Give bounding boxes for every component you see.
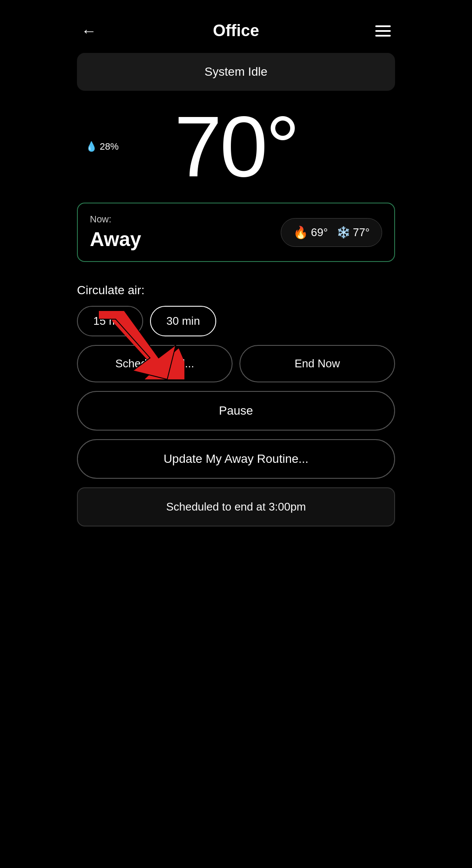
now-prefix: Now: — [90, 214, 141, 225]
time-btn-30min[interactable]: 30 min — [150, 306, 216, 336]
action-row: Schedule End... End Now — [77, 345, 395, 382]
humidity-icon: 💧 — [86, 141, 97, 152]
scheduled-info: Scheduled to end at 3:00pm — [77, 487, 395, 526]
fire-icon: 🔥 — [293, 225, 308, 240]
pause-button[interactable]: Pause — [77, 391, 395, 431]
end-now-button[interactable]: End Now — [239, 345, 395, 382]
action-row-wrapper: Schedule End... End Now — [77, 345, 395, 382]
menu-icon-line1 — [375, 25, 391, 27]
snowflake-icon: ❄️ — [337, 226, 350, 239]
page-title: Office — [213, 22, 259, 40]
app-header: ← Office — [77, 0, 395, 53]
heat-value: 69° — [311, 226, 328, 239]
temperature-value: 70° — [174, 104, 297, 190]
cool-value: 77° — [353, 226, 370, 239]
time-btn-15min[interactable]: 15 min — [77, 306, 143, 336]
humidity-display: 💧 28% — [86, 141, 119, 152]
heat-temp: 🔥 69° — [293, 225, 328, 240]
temp-range-pill: 🔥 69° ❄️ 77° — [281, 218, 382, 247]
circulate-label: Circulate air: — [77, 283, 395, 297]
humidity-value: 28% — [100, 141, 119, 152]
back-button[interactable]: ← — [81, 22, 97, 40]
schedule-end-button[interactable]: Schedule End... — [77, 345, 233, 382]
time-buttons-row: 15 min 30 min — [77, 306, 395, 336]
cool-temp: ❄️ 77° — [337, 226, 370, 239]
update-routine-button[interactable]: Update My Away Routine... — [77, 439, 395, 479]
menu-button[interactable] — [375, 25, 391, 37]
mode-card: Now: Away 🔥 69° ❄️ 77° — [77, 203, 395, 262]
menu-icon-line3 — [375, 35, 391, 37]
menu-icon-line2 — [375, 30, 391, 32]
temperature-section: 💧 28% 70° — [77, 104, 395, 190]
mode-label: Away — [90, 228, 141, 251]
system-idle-button[interactable]: System Idle — [77, 53, 395, 91]
mode-info: Now: Away — [90, 214, 141, 251]
